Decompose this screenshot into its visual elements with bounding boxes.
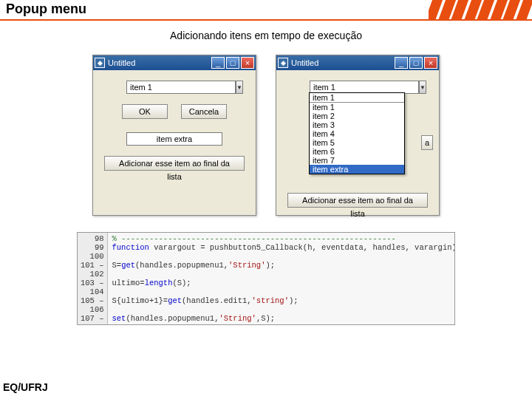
list-item[interactable]: item 2 xyxy=(310,112,404,120)
minimize-button[interactable]: _ xyxy=(395,57,408,69)
chevron-down-icon[interactable]: ▼ xyxy=(236,81,243,94)
window-title: Untitled xyxy=(291,58,393,67)
dropdown-selected: item 1 xyxy=(310,93,404,103)
header-stripes xyxy=(429,0,532,21)
app-icon: ◆ xyxy=(278,58,288,68)
popup-value[interactable] xyxy=(126,81,236,94)
slide-header: Popup menu xyxy=(0,0,532,21)
popup-dropdown[interactable]: item 1 item 1 item 2 item 3 item 4 item … xyxy=(309,92,405,174)
screenshots-row: ◆ Untitled _ □ × ▼ OK Cancela item extra… xyxy=(0,55,532,216)
list-item[interactable]: item 7 xyxy=(310,156,404,165)
chevron-down-icon[interactable]: ▼ xyxy=(419,81,426,94)
popup-menu[interactable]: ▼ xyxy=(126,81,222,94)
window-popup-closed: ◆ Untitled _ □ × ▼ OK Cancela item extra… xyxy=(92,55,256,216)
window-title: Untitled xyxy=(108,58,210,67)
add-item-button[interactable]: Adicionar esse item ao final da lista xyxy=(104,156,245,171)
code-screenshot: 98 99 100 101 – 102 103 – 104 105 – 106 … xyxy=(77,232,455,325)
list-item[interactable]: item 3 xyxy=(310,120,404,129)
close-button[interactable]: × xyxy=(241,57,254,69)
client-area: ▼ OK Cancela item extra Adicionar esse i… xyxy=(93,70,256,196)
minimize-button[interactable]: _ xyxy=(211,57,225,69)
list-item[interactable]: item 6 xyxy=(310,147,404,156)
maximize-button[interactable]: □ xyxy=(226,57,239,69)
ok-button[interactable]: OK xyxy=(122,104,168,119)
titlebar[interactable]: ◆ Untitled _ □ × xyxy=(276,55,439,70)
new-item-input[interactable]: item extra xyxy=(126,132,222,146)
titlebar[interactable]: ◆ Untitled _ □ × xyxy=(93,55,256,70)
list-item[interactable]: item 5 xyxy=(310,138,404,147)
line-gutter: 98 99 100 101 – 102 103 – 104 105 – 106 … xyxy=(78,233,108,324)
page-title: Popup menu xyxy=(0,0,92,19)
code-body: % --------------------------------------… xyxy=(108,233,454,324)
client-area: ▼ item 1 item 1 item 2 item 3 item 4 ite… xyxy=(276,70,439,215)
list-item[interactable]: item 4 xyxy=(310,129,404,138)
list-item[interactable]: item extra xyxy=(310,165,404,174)
close-button[interactable]: × xyxy=(424,57,437,69)
maximize-button[interactable]: □ xyxy=(409,57,423,69)
cancel-button[interactable]: Cancela xyxy=(181,104,227,119)
list-item[interactable]: item 1 xyxy=(310,103,404,112)
window-popup-open: ◆ Untitled _ □ × ▼ item 1 item 1 item 2 … xyxy=(276,55,440,216)
add-item-button[interactable]: Adicionar esse item ao final da lista xyxy=(287,193,428,208)
cancel-button-partial[interactable]: a xyxy=(421,135,433,150)
app-icon: ◆ xyxy=(95,58,105,68)
footer: EQ/UFRJ xyxy=(3,381,48,393)
subtitle: Adicionando itens em tempo de execução xyxy=(0,30,532,41)
